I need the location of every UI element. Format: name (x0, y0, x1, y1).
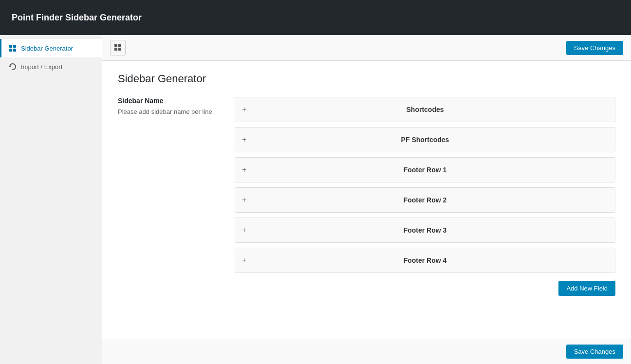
svg-rect-7 (114, 48, 117, 51)
save-changes-top-button[interactable]: Save Changes (566, 41, 623, 55)
sidebar-row-footer-row-3[interactable]: + Footer Row 3 (235, 218, 615, 243)
row-label-footer-row-2: Footer Row 2 (404, 196, 447, 204)
app-header-title: Point Finder Sidebar Generator (12, 13, 142, 23)
toolbar: Save Changes (102, 35, 631, 61)
svg-rect-8 (118, 48, 121, 51)
row-label-pf-shortcodes: PF Shortcodes (401, 136, 449, 144)
import-export-icon (8, 62, 17, 71)
sidebar-rows-container: + Shortcodes + PF Shortcodes + Footer Ro… (235, 97, 615, 296)
grid-view-icon (114, 43, 122, 53)
sidebar-generator-icon (8, 44, 17, 53)
sidebar-generator-label: Sidebar Generator (21, 45, 73, 52)
page-content: Sidebar Generator Sidebar Name Please ad… (102, 61, 631, 339)
row-plus-icon-6: + (242, 256, 246, 265)
sidebar-item-sidebar-generator[interactable]: Sidebar Generator (0, 39, 102, 57)
row-plus-icon-5: + (242, 226, 246, 235)
svg-rect-1 (13, 45, 16, 48)
sidebar-nav: Sidebar Generator Import / Export (0, 35, 102, 364)
svg-rect-2 (9, 49, 12, 52)
row-plus-icon-3: + (242, 165, 246, 174)
sidebar-row-shortcodes[interactable]: + Shortcodes (235, 97, 615, 122)
svg-rect-6 (118, 44, 121, 47)
row-plus-icon-2: + (242, 135, 246, 144)
main-content-area: Save Changes Sidebar Generator Sidebar N… (102, 35, 631, 364)
sidebar-name-description: Please add sidebar name per line. (118, 108, 215, 116)
row-label-footer-row-4: Footer Row 4 (404, 256, 447, 264)
add-new-field-button[interactable]: Add New Field (558, 281, 615, 296)
sidebar-row-footer-row-4[interactable]: + Footer Row 4 (235, 248, 615, 273)
sidebar-row-footer-row-2[interactable]: + Footer Row 2 (235, 187, 615, 213)
row-label-footer-row-1: Footer Row 1 (404, 166, 447, 174)
import-export-label: Import / Export (21, 63, 62, 71)
left-column: Sidebar Name Please add sidebar name per… (118, 97, 215, 116)
content-columns: Sidebar Name Please add sidebar name per… (118, 97, 615, 296)
save-changes-bottom-button[interactable]: Save Changes (566, 345, 623, 359)
row-label-shortcodes: Shortcodes (406, 106, 444, 113)
sidebar-row-footer-row-1[interactable]: + Footer Row 1 (235, 157, 615, 182)
svg-rect-0 (9, 45, 12, 48)
sidebar-item-import-export[interactable]: Import / Export (0, 57, 102, 76)
row-plus-icon-4: + (242, 196, 246, 204)
svg-rect-3 (13, 49, 16, 52)
row-label-footer-row-3: Footer Row 3 (404, 226, 447, 234)
app-header: Point Finder Sidebar Generator (0, 0, 631, 35)
sidebar-name-label: Sidebar Name (118, 97, 215, 105)
page-title: Sidebar Generator (118, 73, 615, 85)
toolbar-grid-button[interactable] (110, 40, 126, 55)
sidebar-row-pf-shortcodes[interactable]: + PF Shortcodes (235, 127, 615, 152)
row-plus-icon-1: + (242, 105, 246, 114)
main-layout: Sidebar Generator Import / Export (0, 35, 631, 364)
footer-bar: Save Changes (102, 339, 631, 364)
svg-rect-5 (114, 44, 117, 47)
